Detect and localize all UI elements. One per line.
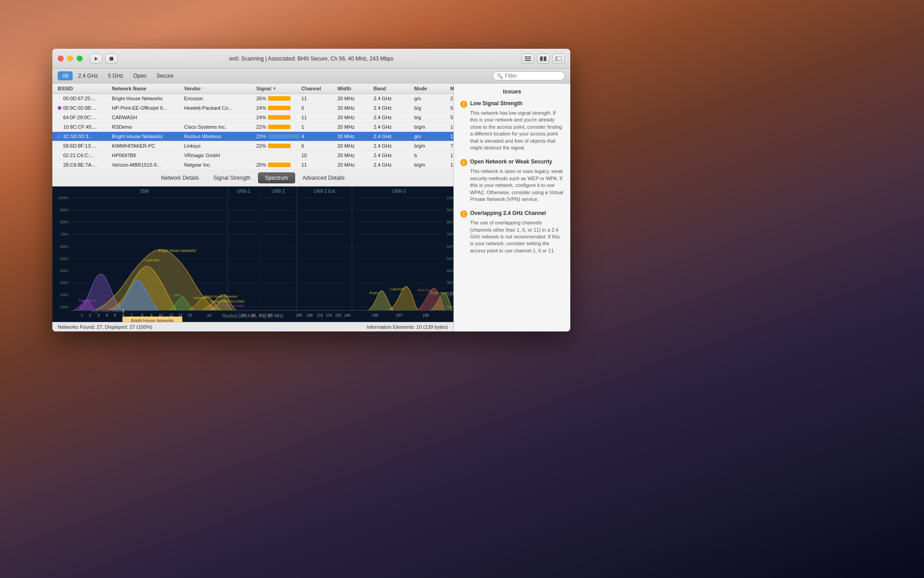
cell-width: 20 MHz xyxy=(336,151,372,160)
cell-vendor xyxy=(182,113,254,122)
cell-band: 2.4 GHz xyxy=(372,113,412,122)
col-signal[interactable]: Signal▼ xyxy=(254,84,300,93)
table-row[interactable]: 28:C6:8E:7A:... Verizon-MBR1515-9... Net… xyxy=(52,160,453,170)
svg-text:20%: 20% xyxy=(60,293,68,297)
cell-vendor: Netgear Inc. xyxy=(182,160,254,169)
window-title: en0: Scanning | Associated: BHN Secure, … xyxy=(229,56,393,62)
filter-search[interactable]: 🔍 xyxy=(493,71,565,80)
tab-signal-strength[interactable]: Signal Strength xyxy=(207,172,257,183)
svg-text:80%: 80% xyxy=(447,220,453,224)
tab-spectrum[interactable]: Spectrum xyxy=(258,172,295,183)
table-row[interactable]: 64:0F:29:0C:... CARWASH 24% 11 20 MHz 2.… xyxy=(52,113,453,122)
svg-text:8: 8 xyxy=(141,313,143,317)
svg-text:30%: 30% xyxy=(447,280,453,285)
cell-band: 2.4 GHz xyxy=(372,151,412,160)
view-split-button[interactable] xyxy=(537,54,550,64)
col-mode[interactable]: Mode xyxy=(412,84,448,93)
svg-text:60%: 60% xyxy=(60,244,68,249)
cell-network: CARWASH xyxy=(110,113,182,122)
svg-text:CableWiFi: CableWiFi xyxy=(144,258,159,262)
cell-network: KIMWHITAKER-PC xyxy=(110,141,182,150)
cell-maxrate: 11 Mbps xyxy=(448,151,453,160)
cell-network: Verizon-MBR1515-9... xyxy=(110,160,182,169)
svg-text:30%: 30% xyxy=(60,280,68,285)
cell-signal: 22% xyxy=(254,141,300,150)
svg-text:3: 3 xyxy=(97,313,100,317)
issue-overlapping-title: Overlapping 2.4 GHz Channel xyxy=(470,210,546,216)
cell-band: 2.4 GHz xyxy=(372,160,412,169)
col-vendor[interactable]: Vendor xyxy=(182,84,254,93)
cell-signal: 22% xyxy=(254,132,300,141)
svg-text:Verizon-MBR1515-9086: Verizon-MBR1515-9086 xyxy=(210,299,244,303)
svg-text:70%: 70% xyxy=(447,232,453,237)
tab-network-details[interactable]: Network Details xyxy=(154,172,206,183)
cell-channel: 4 xyxy=(300,132,336,141)
cell-channel: 11 xyxy=(300,113,336,122)
cell-band: 2.4 GHz xyxy=(372,122,412,131)
cell-mode: b xyxy=(412,151,448,160)
svg-text:Bright House Networks: Bright House Networks xyxy=(430,291,453,295)
filter-tab-secure[interactable]: Secure xyxy=(152,71,178,80)
issues-title: Issues xyxy=(460,88,564,95)
filter-tab-2ghz[interactable]: 2.4 GHz xyxy=(74,71,102,80)
cell-vendor: Cisco Systems Inc. xyxy=(182,122,254,131)
issue-weak-security-desc: This network is open or uses legacy, wea… xyxy=(470,168,564,203)
svg-text:Bright House Networks: Bright House Networks xyxy=(158,249,196,253)
svg-text:UNII-1: UNII-1 xyxy=(237,189,250,194)
svg-text:1: 1 xyxy=(81,313,83,317)
cell-width: 20 MHz xyxy=(336,122,372,131)
col-network[interactable]: Network Name xyxy=(110,84,182,93)
cell-network: Bright House Networks xyxy=(110,132,182,141)
svg-text:12: 12 xyxy=(179,313,183,317)
svg-text:124: 124 xyxy=(326,313,332,317)
cell-channel: 6 xyxy=(300,141,336,150)
cell-bssid: 58:6D:8F:13:... xyxy=(56,141,110,150)
view-sidebar-button[interactable] xyxy=(552,54,565,64)
svg-text:100%: 100% xyxy=(447,196,453,200)
svg-text:100%: 100% xyxy=(58,196,69,200)
tab-advanced-details[interactable]: Advanced Details xyxy=(296,172,351,183)
svg-rect-3 xyxy=(525,58,531,59)
table-row[interactable]: 02:21:C6:C:... HP0697B9 VRmagic GmbH 10 … xyxy=(52,151,453,160)
issue-weak-security-title: Open Network or Weak Security xyxy=(470,158,552,165)
view-list-button[interactable] xyxy=(522,54,534,64)
main-content: BSSID Network Name Vendor Signal▼ Channe… xyxy=(52,84,570,331)
cell-vendor: VRmagic GmbH xyxy=(182,151,254,160)
table-row[interactable]: 00:0D:67:25:... Bright House Networks Er… xyxy=(52,94,453,103)
filter-tab-5ghz[interactable]: 5 GHz xyxy=(103,71,128,80)
filter-tab-open[interactable]: Open xyxy=(129,71,151,80)
cell-network: RSDemo xyxy=(110,122,182,131)
issue-low-signal-desc: This network has low signal strength. If… xyxy=(470,110,564,151)
svg-text:10: 10 xyxy=(159,313,163,317)
col-channel[interactable]: Channel xyxy=(300,84,336,93)
table-row[interactable]: 58:6D:8F:13:... KIMWHITAKER-PC Linksys 2… xyxy=(52,141,453,151)
cell-vendor: Hewlett-Packard Co... xyxy=(182,103,254,112)
filter-tab-all[interactable]: All xyxy=(58,71,73,80)
svg-text:McDonalds Free WIFI: McDonalds Free WIFI xyxy=(213,304,244,308)
svg-text:90%: 90% xyxy=(60,208,68,212)
maximize-button[interactable] xyxy=(77,56,83,61)
svg-rect-8 xyxy=(555,56,558,61)
playback-controls xyxy=(90,54,118,64)
table-row[interactable]: 10:8C:CF:45:... RSDemo Cisco Systems Inc… xyxy=(52,122,453,132)
cell-band: 2.4 GHz xyxy=(372,94,412,103)
col-bssid[interactable]: BSSID xyxy=(56,84,110,93)
col-width[interactable]: Width xyxy=(336,84,372,93)
play-button[interactable] xyxy=(90,54,102,64)
minimize-button[interactable] xyxy=(67,56,73,61)
stop-button[interactable] xyxy=(105,54,118,64)
svg-text:1984: 1984 xyxy=(173,293,180,297)
close-button[interactable] xyxy=(58,56,64,61)
cell-band: 2.4 GHz xyxy=(372,103,412,112)
search-input[interactable] xyxy=(505,73,561,79)
table-row[interactable]: 2C:5D:93:3... Bright House Networks Ruck… xyxy=(52,132,453,141)
svg-text:UNII-2: UNII-2 xyxy=(272,189,285,194)
table-row[interactable]: 00:9C:02:0B:... HP-Print-EE-Officejet 6.… xyxy=(52,103,453,113)
cell-bssid: 02:21:C6:C:... xyxy=(56,151,110,160)
issue-low-signal: ! Low Signal Strength This network has l… xyxy=(460,100,564,151)
svg-text:6: 6 xyxy=(122,313,125,317)
issue-weak-security-header: ! Open Network or Weak Security xyxy=(460,158,564,166)
svg-text:4: 4 xyxy=(106,313,108,317)
col-band[interactable]: Band xyxy=(372,84,412,93)
cell-width: 20 MHz xyxy=(336,132,372,141)
